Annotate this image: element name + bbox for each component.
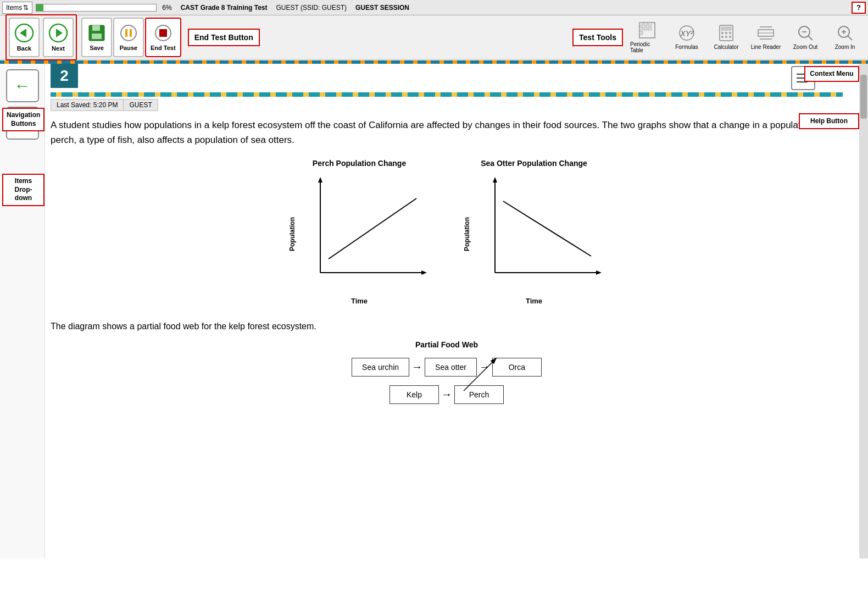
nav-buttons-annotation: Navigation Buttons [2,108,44,131]
guest-session: GUEST SESSION [355,4,409,12]
sidebar-back-button[interactable]: ← [6,69,39,102]
food-web-row-2-container: Kelp → Perch [390,385,504,404]
back-icon [14,23,34,43]
last-saved-time: Last Saved: 5:20 PM [51,99,124,110]
food-web-row-2: Kelp → Perch [390,385,504,404]
items-dropdown[interactable]: Items ⇅ [2,2,32,14]
svg-rect-29 [729,36,731,38]
perch-graph-title: Perch Population Change [313,158,406,169]
svg-marker-1 [20,29,26,37]
next-label: Next [52,45,65,52]
food-web-diagram: Sea urchin → Sea otter → Orca Kelp → Per… [51,358,843,404]
svg-rect-14 [644,23,647,26]
save-label: Save [90,45,104,51]
svg-rect-26 [729,32,731,34]
sea-otter-population-graph: Sea Otter Population Change Population [463,158,605,305]
svg-rect-17 [644,27,647,30]
help-button-annotation: Help Button [799,113,859,129]
perch-node: Perch [454,385,504,404]
dropdown-arrow-icon: ⇅ [23,4,29,12]
zoom-in-button[interactable]: Zoom In [827,19,863,56]
last-saved-user: GUEST [124,99,157,110]
line-reader-icon [757,24,775,42]
svg-marker-47 [421,270,427,275]
nav-buttons-group: Back Next [5,14,77,60]
svg-text:XY²: XY² [680,29,694,38]
svg-rect-27 [721,36,724,38]
sea-otter-node: Sea otter [425,358,477,377]
svg-marker-46 [318,177,322,182]
sea-otter-y-label: Population [463,217,471,251]
periodic-table-button[interactable]: Periodic Table [630,19,665,56]
sea-otter-graph-svg [473,174,605,295]
zoom-out-icon [797,24,814,42]
svg-line-36 [808,36,813,40]
food-web-row-1: Sea urchin → Sea otter → Orca [352,358,542,377]
progress-indicator [51,92,843,97]
zoom-out-button[interactable]: Zoom Out [788,19,823,56]
periodic-table-label: Periodic Table [630,41,664,53]
calculator-icon [717,24,735,42]
formulas-button[interactable]: XY² Formulas [669,19,704,56]
svg-rect-23 [721,27,731,30]
perch-population-graph: Perch Population Change Population [288,158,430,305]
arrow-sea-urchin-to-sea-otter: → [411,361,422,373]
svg-point-7 [121,25,136,41]
top-bar: Items ⇅ 6% CAST Grade 8 Training Test GU… [0,0,868,15]
pause-icon [119,24,138,42]
progress-bar [36,4,157,12]
pause-button[interactable]: Pause [113,18,144,57]
svg-rect-18 [648,27,652,30]
food-web-text: The diagram shows a partial food web for… [51,322,843,331]
svg-rect-11 [159,29,167,37]
back-label: Back [17,45,31,52]
next-button[interactable]: Next [43,18,74,57]
content-header: 2 [51,64,843,88]
perch-graph-svg [298,174,430,295]
sea-urchin-node: Sea urchin [352,358,409,377]
content-panel: 2 Context Menu Help Button Last Saved: 5… [45,64,859,558]
question-number: 2 [51,64,78,88]
end-test-button-annotation: End Test Button [188,29,260,46]
test-title: CAST Grade 8 Training Test [181,4,268,12]
svg-rect-5 [92,25,100,31]
svg-rect-8 [125,29,127,37]
kelp-node: Kelp [390,385,439,404]
end-test-button[interactable]: End Test [145,18,181,57]
progress-percent: 6% [162,4,171,12]
food-web-title: Partial Food Web [51,340,843,349]
save-button[interactable]: Save [81,18,112,57]
sea-otter-graph-wrap: Population [463,174,605,295]
line-reader-label: Line Reader [751,44,781,50]
food-web-section: The diagram shows a partial food web for… [51,322,843,404]
items-dropdown-label: Items [6,4,22,12]
line-reader-button[interactable]: Line Reader [748,19,783,56]
orca-node: Orca [492,358,542,377]
calculator-button[interactable]: Calculator [709,19,744,56]
zoom-in-label: Zoom In [835,44,855,50]
svg-rect-9 [130,29,132,37]
guest-info: GUEST (SSID: GUEST) [276,4,347,12]
right-scrollbar[interactable] [859,64,868,558]
periodic-table-icon [638,21,656,39]
zoom-in-icon [836,24,854,42]
save-icon [87,24,106,42]
last-saved-bar: Last Saved: 5:20 PM GUEST [51,99,158,111]
end-test-icon [154,24,173,42]
left-sidebar: ← → Navigation Buttons Items Drop-down [0,64,45,558]
question-text: A student studies how populations in a k… [51,118,843,147]
svg-rect-15 [648,23,652,26]
test-tools-annotation: Test Tools [572,29,623,46]
back-button[interactable]: Back [9,18,40,57]
svg-marker-3 [56,29,63,37]
help-button-top[interactable]: ? [852,2,866,14]
svg-line-40 [848,36,852,40]
perch-graph-wrap: Population [288,174,430,295]
sea-otter-x-label: Time [526,297,542,305]
main-area: ← → Navigation Buttons Items Drop-down 2 [0,64,868,558]
next-icon [48,23,68,43]
scrollbar-thumb[interactable] [860,75,867,119]
svg-marker-51 [493,177,497,182]
context-menu-annotation: Context Menu [804,66,859,82]
zoom-out-label: Zoom Out [793,44,817,50]
